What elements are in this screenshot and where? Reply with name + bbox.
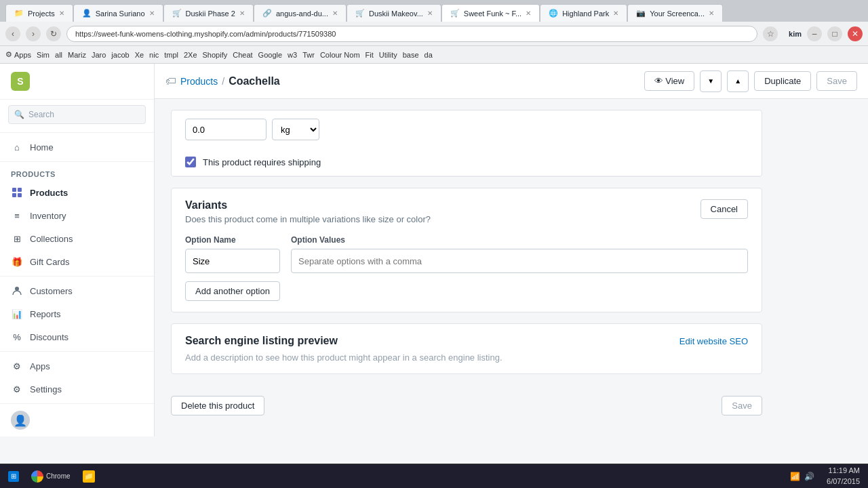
sidebar-item-apps[interactable]: ⚙ Apps	[0, 354, 154, 378]
requires-shipping-label[interactable]: This product requires shipping	[203, 157, 321, 167]
collections-icon: ⊞	[11, 232, 23, 245]
svg-point-4	[15, 287, 19, 291]
sidebar-divider-2	[0, 161, 154, 162]
requires-shipping-checkbox[interactable]	[185, 157, 196, 167]
tab-duskii1[interactable]: 🛒 Duskii Phase 2 ✕	[163, 4, 254, 22]
close-tab-sweetfunk[interactable]: ✕	[526, 9, 531, 17]
option-input-row	[185, 249, 748, 273]
bookmark-shopify[interactable]: Shopify	[203, 51, 228, 59]
tag-icon: 🏷	[165, 75, 176, 87]
tab-duskii2[interactable]: 🛒 Duskii Makeov... ✕	[347, 4, 441, 22]
chevron-up-button[interactable]: ▲	[727, 70, 749, 92]
option-name-input[interactable]	[185, 249, 280, 273]
duplicate-button[interactable]: Duplicate	[754, 71, 811, 91]
back-button[interactable]: ‹	[5, 26, 20, 41]
sidebar: S 🔍 Search ⌂ Home PRODUCTS Prod	[0, 64, 155, 436]
close-tab-duskii2[interactable]: ✕	[427, 9, 433, 17]
user-label: kim	[789, 30, 802, 38]
tab-screenca[interactable]: 📷 Your Screenca... ✕	[627, 4, 723, 22]
sidebar-item-products[interactable]: Products	[0, 181, 154, 204]
inventory-icon: ≡	[11, 209, 23, 222]
star-button[interactable]: ☆	[763, 26, 778, 41]
sidebar-item-gift-cards[interactable]: 🎁 Gift Cards	[0, 250, 154, 273]
close-tab-angus[interactable]: ✕	[332, 9, 338, 17]
reload-button[interactable]: ↻	[46, 26, 61, 41]
bookmark-w3[interactable]: w3	[288, 51, 297, 59]
variants-title-area: Variants Does this product come in multi…	[185, 199, 431, 224]
home-icon: ⌂	[11, 141, 23, 153]
maximize-button[interactable]: □	[827, 26, 842, 41]
variants-header: Variants Does this product come in multi…	[185, 199, 748, 224]
bookmark-twr[interactable]: Twr	[302, 51, 315, 59]
minimize-button[interactable]: –	[807, 26, 822, 41]
products-icon	[11, 186, 23, 199]
sidebar-item-discounts[interactable]: % Discounts	[0, 325, 154, 348]
sidebar-item-avatar[interactable]: 👤	[0, 403, 154, 436]
close-tab-highland[interactable]: ✕	[613, 9, 618, 17]
sidebar-item-inventory[interactable]: ≡ Inventory	[0, 204, 154, 227]
tab-angus[interactable]: 🔗 angus-and-du... ✕	[254, 4, 347, 22]
bookmark-sim[interactable]: Sim	[37, 51, 50, 59]
tab-highland[interactable]: 🌐 Highland Park ✕	[540, 4, 627, 22]
weight-unit-select[interactable]: kg lb oz g	[272, 119, 319, 140]
close-tab-sarina[interactable]: ✕	[149, 9, 155, 17]
bookmark-google[interactable]: Google	[258, 51, 282, 59]
variants-title: Variants	[185, 199, 431, 211]
cancel-button[interactable]: Cancel	[701, 199, 748, 219]
save-button[interactable]: Save	[816, 71, 857, 91]
bookmark-base[interactable]: base	[403, 51, 419, 59]
forward-button[interactable]: ›	[26, 26, 41, 41]
url-bar[interactable]: https://sweet-funk-womens-clothing.mysho…	[66, 26, 757, 42]
bookmark-nic[interactable]: nic	[149, 51, 159, 59]
option-name-label: Option Name	[185, 235, 280, 245]
tab-projects[interactable]: 📁 Projects ✕	[5, 4, 73, 22]
breadcrumb: 🏷 Products / Coachella	[165, 75, 280, 87]
url-text: https://sweet-funk-womens-clothing.mysho…	[75, 30, 336, 38]
bookmark-utility[interactable]: Utility	[379, 51, 397, 59]
delete-product-button[interactable]: Delete this product	[171, 396, 264, 415]
sidebar-item-customers[interactable]: Customers	[0, 279, 154, 302]
bookmark-jaro[interactable]: Jaro	[92, 51, 106, 59]
customers-icon	[11, 285, 23, 297]
settings-icon: ⚙	[11, 383, 23, 395]
option-values-input[interactable]	[291, 249, 748, 273]
view-button[interactable]: 👁 View	[644, 71, 695, 91]
sidebar-section-title: PRODUCTS	[0, 165, 154, 181]
bookmark-apps[interactable]: ⚙ Apps	[5, 50, 31, 59]
sidebar-item-home[interactable]: ⌂ Home	[0, 136, 154, 159]
search-placeholder: Search	[28, 110, 54, 119]
bookmark-jacob[interactable]: jacob	[111, 51, 129, 59]
sidebar-item-collections[interactable]: ⊞ Collections	[0, 227, 154, 250]
bookmark-tmpl[interactable]: tmpl	[164, 51, 178, 59]
sidebar-item-reports[interactable]: 📊 Reports	[0, 302, 154, 325]
bookmark-mariz[interactable]: Mariz	[68, 51, 86, 59]
seo-header: Search engine listing preview Edit websi…	[185, 335, 748, 347]
close-tab-duskii1[interactable]: ✕	[239, 9, 245, 17]
gift-cards-icon: 🎁	[11, 256, 23, 268]
bookmark-2xe[interactable]: 2Xe	[184, 51, 197, 59]
avatar: 👤	[11, 411, 30, 430]
bookmark-cheat[interactable]: Cheat	[233, 51, 252, 59]
tab-sarina[interactable]: 👤 Sarina Suriano ✕	[73, 4, 163, 22]
breadcrumb-link[interactable]: Products	[180, 76, 218, 87]
bookmark-da[interactable]: da	[425, 51, 433, 59]
weight-input[interactable]	[185, 119, 267, 140]
close-tab-projects[interactable]: ✕	[59, 9, 64, 17]
close-tab-screenca[interactable]: ✕	[709, 9, 714, 17]
browser-navbar: ‹ › ↻ https://sweet-funk-womens-clothing…	[0, 22, 868, 46]
apps-icon: ⚙	[11, 360, 23, 372]
edit-seo-link[interactable]: Edit website SEO	[679, 336, 748, 346]
sidebar-item-settings[interactable]: ⚙ Settings	[0, 378, 154, 401]
bookmark-fit[interactable]: Fit	[366, 51, 374, 59]
footer-save-button[interactable]: Save	[722, 396, 762, 415]
discounts-icon: %	[11, 331, 23, 343]
tab-sweetfunk[interactable]: 🛒 Sweet Funk ~ F... ✕	[441, 4, 540, 22]
bookmark-xe[interactable]: Xe	[135, 51, 144, 59]
close-window-button[interactable]: ✕	[848, 26, 863, 41]
shipping-card: kg lb oz g This product requires shippin…	[171, 110, 762, 177]
chevron-down-button[interactable]: ▼	[700, 70, 722, 92]
svg-rect-2	[12, 193, 16, 197]
bookmark-colour[interactable]: Colour Nom	[320, 51, 360, 59]
bookmark-all[interactable]: all	[55, 51, 62, 59]
add-option-button[interactable]: Add another option	[185, 281, 280, 301]
